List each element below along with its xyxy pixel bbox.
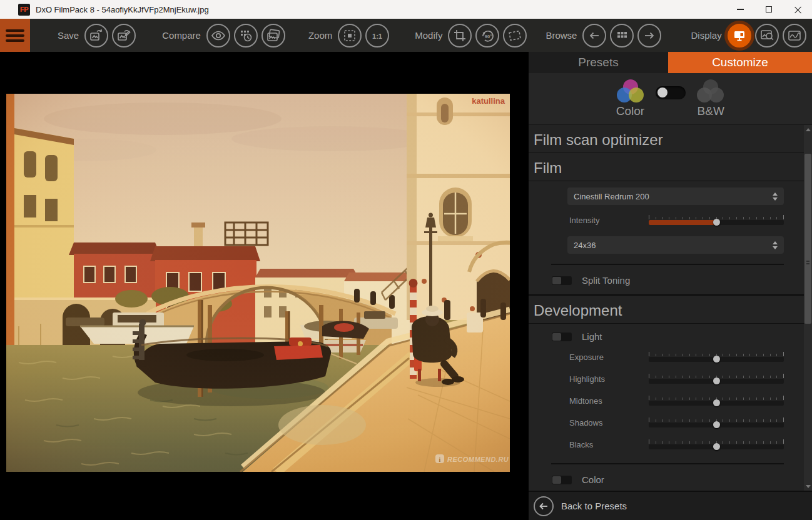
- back-to-presets-button[interactable]: Back to Presets: [529, 491, 812, 520]
- compare-toggle-button[interactable]: [206, 24, 230, 48]
- photo-viewport[interactable]: katullina i RECOMMEND.RU: [6, 94, 510, 472]
- minimize-button[interactable]: [726, 0, 754, 19]
- scroll-up-icon[interactable]: [804, 125, 812, 134]
- split-toning-toggle[interactable]: [552, 276, 572, 285]
- blacks-slider[interactable]: [649, 439, 784, 449]
- intensity-row: Intensity: [529, 215, 804, 225]
- save-as-button[interactable]: [112, 24, 136, 48]
- color-mode[interactable]: Color: [616, 79, 644, 118]
- svg-text:1:1: 1:1: [372, 32, 382, 39]
- modify-label: Modify: [415, 30, 442, 41]
- menu-button[interactable]: [0, 19, 30, 52]
- slider-knob[interactable]: [713, 356, 720, 362]
- spinner-icon: [773, 192, 778, 201]
- scrollbar-thumb[interactable]: [804, 154, 811, 324]
- color-group-label: Color: [582, 474, 604, 485]
- maximize-button[interactable]: [754, 0, 783, 19]
- highlights-label: Highlights: [569, 374, 649, 384]
- crop-button[interactable]: [448, 24, 472, 48]
- highlights-row: Highlights: [529, 374, 804, 384]
- color-group-row: Color: [529, 474, 804, 485]
- browse-label: Browse: [546, 30, 577, 41]
- display-label: Display: [691, 30, 721, 41]
- color-bw-toggle[interactable]: [656, 86, 686, 99]
- format-select-value: 24x36: [574, 241, 773, 250]
- tab-customize[interactable]: Customize: [668, 52, 812, 73]
- close-button[interactable]: [783, 0, 812, 19]
- titlebar: FP DxO FilmPack 8 - 54aofiyKkJfVFp2MnjEk…: [0, 0, 812, 19]
- browse-thumbnails-button[interactable]: [610, 24, 634, 48]
- zoom-label: Zoom: [308, 30, 332, 41]
- film-select[interactable]: Cinestill Redrum 200: [567, 188, 784, 205]
- light-toggle[interactable]: [552, 332, 572, 341]
- compare-gallery-button[interactable]: [261, 24, 285, 48]
- rotate-90-button[interactable]: 90°: [475, 24, 499, 48]
- arrow-right-icon: [642, 28, 657, 43]
- blacks-row: Blacks: [529, 439, 804, 449]
- shadows-slider[interactable]: [649, 418, 784, 428]
- horizon-button[interactable]: [503, 24, 527, 48]
- history-grid-clock-icon: [238, 28, 254, 44]
- one-to-one-icon: 1:1: [369, 28, 385, 44]
- browse-previous-button[interactable]: [582, 24, 606, 48]
- display-image-button[interactable]: [728, 24, 751, 48]
- scroll-down-icon[interactable]: [804, 482, 812, 491]
- tab-presets[interactable]: Presets: [529, 52, 668, 73]
- highlights-slider[interactable]: [649, 374, 784, 384]
- color-bw-switcher: Color B&W: [529, 73, 812, 125]
- slider-knob[interactable]: [713, 421, 720, 428]
- arrow-left-icon: [587, 28, 602, 43]
- light-label: Light: [582, 331, 602, 342]
- film-scan-optimizer-header[interactable]: Film scan optimizer: [529, 125, 804, 153]
- vignette-overlay: [6, 94, 510, 472]
- display-histogram-button[interactable]: [783, 24, 806, 48]
- color-group-toggle[interactable]: [552, 476, 572, 484]
- eye-icon: [210, 28, 226, 44]
- back-arrow-icon: [534, 496, 554, 516]
- bw-mode[interactable]: B&W: [697, 79, 724, 118]
- bw-mode-icon: [697, 79, 724, 103]
- midtones-slider[interactable]: [649, 396, 784, 406]
- divider: [551, 264, 784, 265]
- light-row: Light: [529, 331, 804, 342]
- panel-scrollbar[interactable]: [804, 125, 812, 491]
- toolbar: Save Compare: [0, 19, 812, 52]
- browse-group: Browse: [546, 24, 661, 48]
- venice-photo: katullina i RECOMMEND.RU: [6, 94, 510, 472]
- browse-next-button[interactable]: [637, 24, 661, 48]
- svg-text:90°: 90°: [485, 34, 492, 39]
- format-select[interactable]: 24x36: [567, 236, 784, 254]
- film-header[interactable]: Film: [529, 153, 804, 181]
- midtones-row: Midtones: [529, 396, 804, 406]
- bw-mode-label: B&W: [698, 104, 724, 118]
- color-mode-label: Color: [616, 104, 644, 118]
- zoom-fit-button[interactable]: [338, 24, 362, 48]
- intensity-label: Intensity: [569, 216, 649, 225]
- divider: [551, 463, 784, 464]
- edit-image-icon: [116, 28, 131, 43]
- slider-knob[interactable]: [713, 219, 720, 226]
- minimize-icon: [737, 9, 744, 10]
- slider-track: [649, 220, 784, 225]
- slider-fill: [649, 220, 716, 225]
- slider-knob[interactable]: [713, 399, 720, 406]
- zoom-group: Zoom 1:1: [308, 24, 389, 48]
- intensity-slider[interactable]: [649, 215, 784, 225]
- shadows-label: Shadows: [569, 418, 649, 428]
- photo-stack-icon: [265, 28, 282, 44]
- zoom-100-button[interactable]: 1:1: [365, 24, 389, 48]
- save-export-button[interactable]: [84, 24, 108, 48]
- histogram-icon: [786, 28, 803, 44]
- compare-history-button[interactable]: [234, 24, 258, 48]
- monitor-icon: [732, 28, 747, 43]
- slider-knob[interactable]: [713, 443, 720, 450]
- display-loupe-button[interactable]: [755, 24, 779, 48]
- slider-knob[interactable]: [713, 378, 720, 384]
- shadows-row: Shadows: [529, 418, 804, 428]
- development-header[interactable]: Development: [529, 296, 804, 324]
- exposure-row: Exposure: [529, 352, 804, 362]
- export-image-icon: [89, 28, 104, 43]
- exposure-slider[interactable]: [649, 352, 784, 362]
- midtones-label: Midtones: [569, 396, 649, 406]
- main-area: katullina i RECOMMEND.RU Presets Customi…: [0, 52, 812, 520]
